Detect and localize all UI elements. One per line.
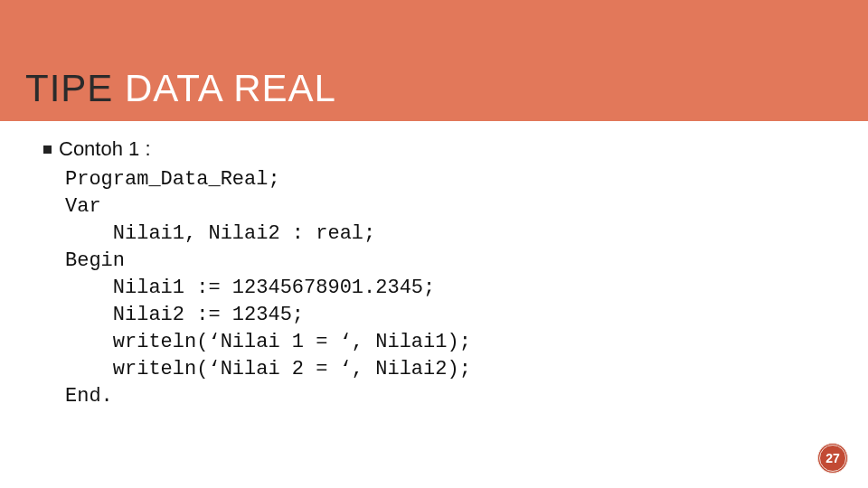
bullet-square-icon bbox=[43, 145, 52, 154]
code-line-5: Nilai1 := 12345678901.2345; bbox=[65, 277, 435, 299]
content-area: Contoh 1 : Program_Data_Real; Var Nilai1… bbox=[43, 137, 830, 410]
code-line-8: writeln(‘Nilai 2 = ‘, Nilai2); bbox=[65, 358, 471, 380]
page-number-badge: 27 bbox=[817, 443, 848, 474]
slide: TIPE DATA REAL Contoh 1 : Program_Data_R… bbox=[0, 0, 868, 488]
code-line-1: Program_Data_Real; bbox=[65, 168, 280, 191]
code-line-2: Var bbox=[65, 195, 101, 218]
page-number: 27 bbox=[826, 451, 840, 465]
code-line-3: Nilai1, Nilai2 : real; bbox=[65, 222, 375, 245]
title-accent: TIPE bbox=[25, 67, 125, 109]
code-line-9: End. bbox=[65, 385, 113, 408]
code-line-7: writeln(‘Nilai 1 = ‘, Nilai1); bbox=[65, 331, 471, 353]
title-main: DATA REAL bbox=[125, 67, 336, 109]
code-line-6: Nilai2 := 12345; bbox=[65, 304, 304, 326]
bullet-label: Contoh 1 : bbox=[59, 137, 151, 160]
bullet-line: Contoh 1 : bbox=[43, 137, 830, 161]
title-band: TIPE DATA REAL bbox=[0, 0, 868, 121]
slide-title: TIPE DATA REAL bbox=[25, 67, 336, 110]
code-block: Program_Data_Real; Var Nilai1, Nilai2 : … bbox=[65, 166, 830, 410]
code-line-4: Begin bbox=[65, 249, 125, 272]
